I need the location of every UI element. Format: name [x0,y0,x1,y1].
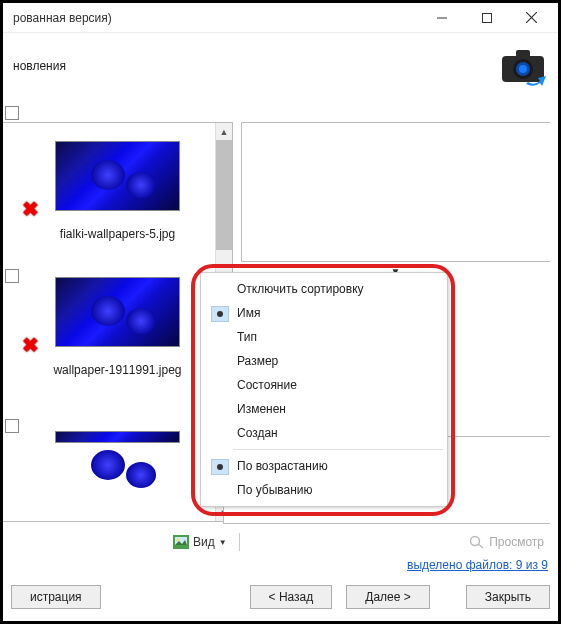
checkbox[interactable] [5,106,19,120]
bottom-toolbar: Вид ▼ Просмотр [3,526,558,558]
close-wizard-button[interactable]: Закрыть [466,585,550,609]
top-toolbar: новления [3,33,558,98]
svg-line-13 [478,544,483,548]
preview-button-label: Просмотр [489,535,544,549]
menu-item-sort-name[interactable]: Имя [203,301,445,325]
magnifier-icon [469,535,485,549]
maximize-button[interactable] [464,4,509,32]
sort-context-menu: Отключить сортировку Имя Тип Размер Сост… [200,272,448,507]
menu-separator [233,449,443,450]
next-button[interactable]: Далее > [346,585,430,609]
thumbnail-image [55,141,180,211]
file-name-label: fialki-wallpapers-5.jpg [11,227,224,241]
delete-marker-icon: ✖ [21,197,39,215]
window-controls [419,4,554,32]
view-button[interactable]: Вид ▼ [167,532,233,552]
list-item[interactable]: ✖ fialki-wallpapers-5.jpg [3,123,232,245]
svg-point-11 [177,539,180,542]
menu-item-sort-type[interactable]: Тип [203,325,445,349]
toolbar-label: новления [13,59,66,73]
svg-rect-5 [516,50,530,58]
scroll-thumb[interactable] [216,140,232,250]
view-button-label: Вид [193,535,215,549]
list-item[interactable] [3,395,232,447]
menu-item-ascending[interactable]: По возрастанию [203,454,445,478]
thumbnail-image [55,277,180,347]
file-list-panel: ✖ fialki-wallpapers-5.jpg ✖ wallpaper-19… [3,122,233,522]
thumbnail-image [55,431,180,443]
svg-point-8 [519,65,527,73]
menu-item-sort-state[interactable]: Состояние [203,373,445,397]
window-title: рованная версия) [13,11,112,25]
menu-item-descending[interactable]: По убыванию [203,478,445,502]
titlebar: рованная версия) [3,3,558,33]
registration-button[interactable]: истрация [11,585,101,609]
file-name-label: wallpaper-1911991.jpeg [11,363,224,377]
minimize-button[interactable] [419,4,464,32]
selection-status-link[interactable]: выделено файлов: 9 из 9 [407,558,548,572]
svg-rect-1 [482,13,491,22]
menu-item-sort-created[interactable]: Создан [203,421,445,445]
close-button[interactable] [509,4,554,32]
preview-panel [241,122,550,262]
view-icon [173,535,189,549]
wizard-buttons-row: истрация < Назад Далее > Закрыть [3,577,558,617]
menu-item-disable-sort[interactable]: Отключить сортировку [203,277,445,301]
chevron-down-icon: ▼ [219,538,227,547]
menu-item-sort-size[interactable]: Размер [203,349,445,373]
preview-button[interactable]: Просмотр [463,532,550,552]
status-bar: выделено файлов: 9 из 9 [3,558,558,578]
scroll-up-icon[interactable]: ▲ [216,123,232,140]
list-item[interactable]: ✖ wallpaper-1911991.jpeg [3,259,232,381]
app-logo-icon [498,46,548,86]
delete-marker-icon: ✖ [21,333,39,351]
menu-item-sort-modified[interactable]: Изменен [203,397,445,421]
back-button[interactable]: < Назад [250,585,333,609]
